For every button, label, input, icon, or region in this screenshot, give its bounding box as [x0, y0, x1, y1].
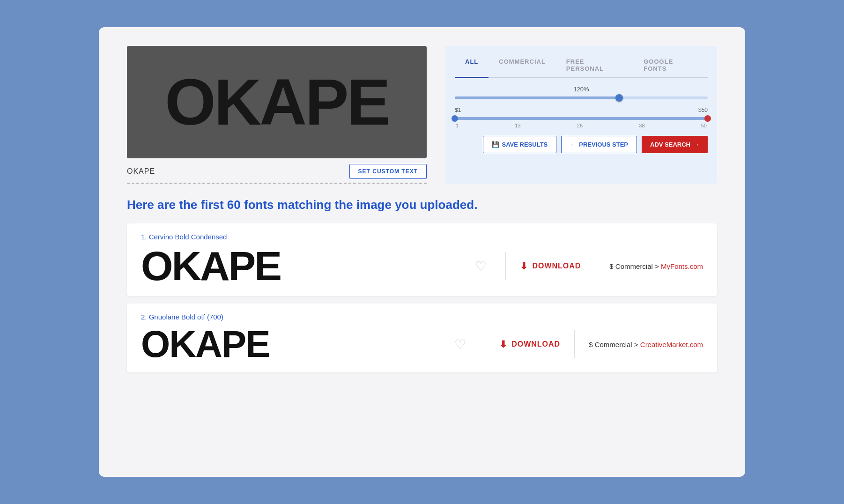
divider-2	[595, 252, 595, 280]
price-labels-bottom: 1 13 26 38 50	[455, 123, 708, 128]
preview-area: OKAPE SET CUSTOM TEXT	[127, 46, 427, 184]
price-max-label: $50	[698, 107, 708, 113]
filter-panel: ALL COMMERCIAL FREE PERSONAL GOOGLE FONT…	[445, 46, 717, 184]
font-result-row-2: OKAPE ♡ ⬇ DOWNLOAD $ Commercial > Creati…	[141, 326, 703, 363]
font-result-card-1: 1. Cervino Bold Condensed OKAPE ♡ ⬇ DOWN…	[127, 223, 717, 296]
zoom-slider-thumb[interactable]	[615, 94, 623, 102]
commercial-text-1: $ Commercial >	[609, 262, 659, 270]
custom-text-row: SET CUSTOM TEXT	[127, 164, 427, 184]
price-slider-track[interactable]	[455, 117, 708, 120]
tick-4: 38	[639, 123, 644, 128]
tick-3: 26	[577, 123, 583, 128]
set-custom-text-button[interactable]: SET CUSTOM TEXT	[349, 164, 427, 179]
font-sample-text-2: OKAPE	[141, 323, 270, 365]
font-sample-1: OKAPE	[141, 245, 470, 287]
action-buttons: 💾 SAVE RESULTS ← PREVIOUS STEP ADV SEARC…	[455, 136, 708, 153]
font-result-card-2: 2. Gnuolane Bold otf (700) OKAPE ♡ ⬇ DOW…	[127, 304, 717, 372]
divider-4	[574, 330, 575, 358]
download-icon-1: ⬇	[520, 260, 528, 272]
filter-tabs: ALL COMMERCIAL FREE PERSONAL GOOGLE FONT…	[455, 53, 708, 78]
download-button-2[interactable]: ⬇ DOWNLOAD	[499, 339, 560, 350]
font-result-row-1: OKAPE ♡ ⬇ DOWNLOAD $ Commercial > MyFont…	[141, 245, 703, 287]
adv-arrow-icon: →	[693, 141, 699, 148]
custom-text-input[interactable]	[127, 167, 349, 176]
font-preview-text: OKAPE	[165, 64, 389, 140]
previous-step-button[interactable]: ← PREVIOUS STEP	[561, 136, 637, 153]
zoom-label: 120%	[455, 86, 708, 93]
divider-1	[505, 252, 506, 280]
prev-arrow-icon: ←	[570, 141, 576, 148]
adv-search-label: ADV SEARCH	[650, 141, 690, 148]
commercial-info-2: $ Commercial > CreativeMarket.com	[589, 341, 703, 348]
main-card: OKAPE SET CUSTOM TEXT ALL COMMERCIAL FRE…	[99, 27, 745, 477]
favorite-button-1[interactable]: ♡	[470, 259, 491, 274]
results-heading: Here are the first 60 fonts matching the…	[127, 198, 717, 212]
price-min-label: $1	[455, 107, 461, 113]
price-thumb-right[interactable]	[704, 115, 711, 122]
tick-1: 1	[456, 123, 459, 128]
commercial-info-1: $ Commercial > MyFonts.com	[609, 262, 703, 270]
download-icon-2: ⬇	[499, 339, 508, 350]
price-labels-top: $1 $50	[455, 107, 708, 113]
commercial-link-2[interactable]: CreativeMarket.com	[640, 341, 703, 348]
save-results-button[interactable]: 💾 SAVE RESULTS	[483, 136, 557, 153]
adv-search-button[interactable]: ADV SEARCH →	[642, 136, 708, 153]
price-slider-fill	[455, 117, 708, 120]
favorite-button-2[interactable]: ♡	[450, 337, 471, 352]
commercial-text-2: $ Commercial >	[589, 341, 638, 348]
tab-free-personal[interactable]: FREE PERSONAL	[556, 53, 633, 78]
tick-2: 13	[515, 123, 520, 128]
download-label-2: DOWNLOAD	[511, 340, 560, 348]
commercial-link-1[interactable]: MyFonts.com	[661, 262, 703, 270]
price-slider-section: $1 $50 1 13 26 38 50	[455, 107, 708, 128]
font-preview-box: OKAPE	[127, 46, 427, 158]
save-icon: 💾	[492, 141, 499, 148]
font-sample-2: OKAPE	[141, 326, 450, 363]
previous-step-label: PREVIOUS STEP	[579, 141, 628, 148]
zoom-slider-section: 120%	[455, 86, 708, 99]
font-result-name-1[interactable]: 1. Cervino Bold Condensed	[141, 233, 703, 241]
tab-commercial[interactable]: COMMERCIAL	[489, 53, 556, 78]
price-thumb-left[interactable]	[452, 115, 458, 122]
font-result-name-2[interactable]: 2. Gnuolane Bold otf (700)	[141, 313, 703, 321]
tab-google-fonts[interactable]: GOOGLE FONTS	[633, 53, 708, 78]
zoom-slider-track[interactable]	[455, 96, 708, 99]
tab-all[interactable]: ALL	[455, 53, 489, 78]
download-label-1: DOWNLOAD	[532, 262, 581, 270]
top-section: OKAPE SET CUSTOM TEXT ALL COMMERCIAL FRE…	[127, 46, 717, 184]
font-sample-text-1: OKAPE	[141, 243, 281, 289]
tick-5: 50	[701, 123, 707, 128]
download-button-1[interactable]: ⬇ DOWNLOAD	[520, 260, 581, 272]
divider-3	[485, 330, 485, 358]
save-results-label: SAVE RESULTS	[502, 141, 548, 148]
zoom-slider-fill	[455, 96, 619, 99]
